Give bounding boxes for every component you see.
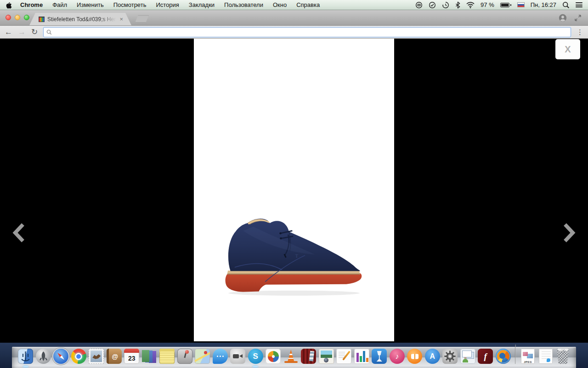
contacts-at-glyph: @ (107, 349, 122, 364)
browser-tab[interactable]: Stiefeletten Tod&#039;s Herre × (29, 13, 131, 25)
dock-screenshot-file-icon[interactable] (539, 349, 553, 364)
dock-iphoto-icon[interactable] (319, 349, 334, 364)
tab-favicon-shopping-bag-icon (39, 17, 45, 22)
apple-menu[interactable] (6, 1, 12, 9)
window-controls (6, 15, 29, 20)
forward-button[interactable]: → (18, 28, 26, 36)
product-image[interactable]: T (218, 213, 370, 301)
finder-face (18, 349, 33, 364)
wifi-icon[interactable] (466, 2, 475, 8)
browser-title-bar: Stiefeletten Tod&#039;s Herre × (0, 10, 588, 26)
back-button[interactable]: ← (5, 28, 12, 36)
dock-photobooth-icon[interactable] (301, 349, 316, 364)
dock-numbers-icon[interactable] (354, 349, 369, 364)
close-window-button[interactable] (6, 15, 11, 20)
desktop-screen: Chrome Файл Изменить Посмотреть История … (0, 0, 588, 368)
dock-appstore-icon[interactable]: A (425, 349, 440, 364)
search-icon (46, 29, 52, 35)
menu-status-area: 97 % Пн, 16:27 (415, 1, 582, 9)
menu-item-window[interactable]: Окно (273, 1, 287, 8)
dock-firefox-icon[interactable] (496, 349, 511, 364)
dock-chrome-icon[interactable] (71, 349, 86, 364)
menu-item-edit[interactable]: Изменить (77, 1, 104, 8)
dock-joystick-app-icon[interactable] (177, 349, 192, 364)
tab-title: Stiefeletten Tod&#039;s Herre (47, 16, 118, 23)
dock-vlc-icon[interactable] (283, 349, 299, 364)
dock-separator (515, 345, 516, 364)
dock-trash-icon[interactable] (556, 348, 570, 364)
spotlight-icon[interactable] (562, 1, 570, 9)
dock-maps-icon[interactable] (195, 349, 210, 364)
dock-keynote-icon[interactable] (372, 349, 387, 364)
dock-playonmac-icon[interactable] (266, 349, 281, 364)
dock-ibooks-icon[interactable] (407, 349, 422, 364)
dock-calendar-icon[interactable]: 23 (124, 349, 139, 364)
lightbox-overlay: T X (0, 39, 588, 343)
browser-menu-button[interactable]: ⋮ (577, 28, 583, 36)
profile-avatar-icon[interactable] (559, 14, 567, 22)
battery-percent[interactable]: 97 % (481, 1, 494, 8)
jpeg-label: JPEG (521, 349, 535, 364)
compass-needle (53, 349, 68, 364)
flash-f-glyph: f (478, 349, 493, 364)
calendar-day-number: 23 (124, 349, 139, 364)
menu-item-bookmarks[interactable]: Закладки (189, 1, 215, 8)
dock-user-utility-icon[interactable] (460, 349, 475, 364)
battery-icon[interactable] (500, 3, 511, 7)
reload-button[interactable]: ↻ (31, 28, 38, 36)
dock-mail-icon[interactable] (89, 349, 104, 364)
eye-circle-icon[interactable] (415, 1, 423, 9)
fullscreen-expand-icon[interactable] (574, 14, 582, 22)
bluetooth-icon[interactable] (455, 1, 460, 9)
dock-notes-icon[interactable] (159, 349, 175, 364)
dock-safari-icon[interactable] (53, 349, 68, 364)
browser-toolbar: ← → ↻ ⋮ (0, 26, 588, 39)
dock-jpeg-file-icon[interactable]: JPEG (521, 349, 535, 364)
previous-image-arrow[interactable] (12, 222, 26, 243)
menu-item-file[interactable]: Файл (52, 1, 67, 8)
menu-item-history[interactable]: История (156, 1, 179, 8)
address-bar[interactable] (43, 27, 571, 37)
next-image-arrow[interactable] (562, 222, 576, 243)
dock-itunes-icon[interactable]: ♪ (390, 349, 405, 364)
minimize-window-button[interactable] (15, 15, 20, 20)
rocket-icon (36, 349, 51, 364)
dock-facetime-icon[interactable] (230, 349, 245, 364)
battery-body (500, 3, 509, 7)
menu-clock[interactable]: Пн, 16:27 (531, 1, 556, 8)
menu-item-people[interactable]: Пользователи (224, 1, 263, 8)
dock-finder-icon[interactable] (18, 349, 33, 364)
lightbox-close-button[interactable]: X (555, 39, 580, 59)
check-circle-icon[interactable] (429, 1, 436, 9)
dock: @ 23 S ♪ A (14, 345, 574, 364)
battery-tip (510, 4, 511, 6)
dock-skype-icon[interactable]: S (248, 349, 263, 364)
menu-item-help[interactable]: Справка (296, 1, 320, 8)
lightbox-panel: T (194, 39, 394, 341)
new-tab-button[interactable] (135, 15, 149, 23)
keyboard-layout-flag-icon[interactable] (517, 2, 525, 7)
titlebar-right-icons (559, 14, 582, 22)
dock-launchpad-icon[interactable] (36, 349, 51, 364)
dock-contacts-icon[interactable]: @ (107, 349, 122, 364)
svg-text:T: T (295, 253, 299, 259)
menu-item-view[interactable]: Посмотреть (113, 1, 147, 8)
itunes-note-glyph: ♪ (390, 349, 405, 364)
menu-item-chrome[interactable]: Chrome (20, 1, 43, 8)
apple-icon (6, 1, 12, 9)
address-bar-input[interactable] (54, 28, 568, 36)
notification-center-icon[interactable] (576, 2, 582, 7)
skype-s-glyph: S (248, 349, 263, 364)
gear-icon (442, 349, 458, 364)
appstore-a-glyph: A (425, 349, 440, 364)
zoom-window-button[interactable] (24, 15, 29, 20)
dock-notebooks-icon[interactable] (142, 349, 157, 364)
dock-pages-icon[interactable] (336, 349, 351, 364)
dock-flash-player-icon[interactable]: f (478, 349, 493, 364)
time-machine-icon[interactable] (442, 1, 449, 9)
menu-bar: Chrome Файл Изменить Посмотреть История … (0, 0, 588, 10)
dock-system-preferences-icon[interactable] (442, 349, 458, 364)
dock-messages-icon[interactable] (213, 349, 228, 364)
tab-close-icon[interactable]: × (119, 16, 123, 22)
suede-boot-image: T (218, 213, 370, 299)
